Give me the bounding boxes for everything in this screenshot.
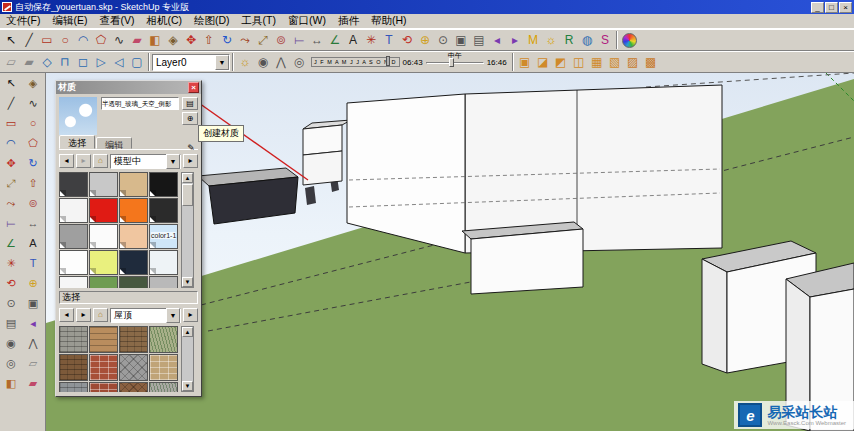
- scroll-up-icon[interactable]: ▲: [182, 173, 193, 183]
- material-swatch[interactable]: [149, 172, 178, 197]
- material-swatch[interactable]: color1-1: [149, 224, 178, 249]
- texture-red-brick[interactable]: [89, 354, 118, 381]
- offset-tool-icon[interactable]: ⊚: [272, 31, 290, 49]
- section-plane-icon[interactable]: ▱: [2, 53, 20, 71]
- shadow-date-slider[interactable]: J F M A M J J A S O N D: [311, 57, 400, 67]
- library-combobox[interactable]: 屋顶 ▼: [110, 308, 181, 323]
- component-box-icon[interactable]: ▩: [642, 53, 660, 71]
- material-swatch[interactable]: [119, 250, 148, 275]
- color-wheel-icon[interactable]: [620, 31, 638, 49]
- texture-herringbone[interactable]: [119, 382, 148, 392]
- texture-green-roof[interactable]: [149, 326, 178, 353]
- make-component-icon[interactable]: ◈: [23, 74, 43, 93]
- forward-arrow-icon[interactable]: ▸: [76, 308, 91, 322]
- material-swatch[interactable]: [149, 276, 178, 288]
- scroll-up-icon[interactable]: ▲: [182, 327, 193, 337]
- small-box-upper[interactable]: [303, 125, 342, 155]
- tape-measure-icon[interactable]: ⟝: [290, 31, 308, 49]
- text-tool-icon[interactable]: A: [23, 234, 43, 253]
- look-around-icon[interactable]: ◎: [290, 53, 308, 71]
- style-badge-icon[interactable]: S: [596, 31, 614, 49]
- look-around-icon[interactable]: ◎: [1, 354, 21, 373]
- section-fill-icon[interactable]: ▰: [20, 53, 38, 71]
- texture-gray-pavers[interactable]: [119, 354, 148, 381]
- rectangle-tool-icon[interactable]: ▭: [38, 31, 56, 49]
- material-swatch[interactable]: [149, 198, 178, 223]
- push-pull-icon[interactable]: ⇧: [200, 31, 218, 49]
- solid-subtract-icon[interactable]: ◪: [534, 53, 552, 71]
- previous-view-icon[interactable]: ◂: [488, 31, 506, 49]
- axes-tool-icon[interactable]: ✳: [1, 254, 21, 273]
- material-swatch[interactable]: [89, 198, 118, 223]
- texture-scrollbar[interactable]: ▲ ▼: [181, 326, 194, 392]
- left-view-icon[interactable]: ◁: [110, 53, 128, 71]
- material-swatch[interactable]: [119, 224, 148, 249]
- zoom-tool-icon[interactable]: ⊙: [434, 31, 452, 49]
- solid-trim-icon[interactable]: ◫: [570, 53, 588, 71]
- date-slider-thumb[interactable]: [386, 56, 390, 66]
- zoom-window-icon[interactable]: ▣: [23, 294, 43, 313]
- menu-plugins[interactable]: 插件: [332, 14, 365, 28]
- create-material-button[interactable]: ⊕: [182, 112, 198, 125]
- maximize-button[interactable]: □: [825, 2, 838, 13]
- layer-combobox[interactable]: Layer0 ▼: [152, 54, 230, 71]
- pan-tool-icon[interactable]: ⊕: [416, 31, 434, 49]
- menu-camera[interactable]: 相机(C): [140, 14, 188, 28]
- zoom-extents-icon[interactable]: ▤: [470, 31, 488, 49]
- material-preview-thumbnail[interactable]: [59, 97, 97, 135]
- dimension-tool-icon[interactable]: ↔: [308, 31, 326, 49]
- line-tool-icon[interactable]: ╱: [1, 94, 21, 113]
- chevron-down-icon[interactable]: ▼: [166, 308, 180, 323]
- model-viewport[interactable]: 材质 × 半透明_玻璃_天空_倒影 ▤ ⊕ ✎ 选择 编辑: [46, 73, 854, 431]
- material-swatch[interactable]: [59, 198, 88, 223]
- tab-select[interactable]: 选择: [59, 135, 95, 149]
- follow-me-icon[interactable]: ⤳: [1, 194, 21, 213]
- material-swatch[interactable]: [59, 276, 88, 288]
- texture-gray-shingles[interactable]: [59, 326, 88, 353]
- polygon-tool-icon[interactable]: ⬠: [92, 31, 110, 49]
- material-swatch[interactable]: [149, 250, 178, 275]
- push-pull-icon[interactable]: ⇧: [23, 174, 43, 193]
- home-icon[interactable]: ⌂: [93, 308, 108, 322]
- paint-bucket-icon[interactable]: ◧: [1, 374, 21, 393]
- line-tool-icon[interactable]: ╱: [20, 31, 38, 49]
- walk-tool-icon[interactable]: ⋀: [23, 334, 43, 353]
- move-tool-icon[interactable]: ✥: [1, 154, 21, 173]
- texture-wood-shakes[interactable]: [59, 354, 88, 381]
- circle-tool-icon[interactable]: ○: [56, 31, 74, 49]
- polygon-tool-icon[interactable]: ⬠: [23, 134, 43, 153]
- position-camera-icon[interactable]: ◉: [1, 334, 21, 353]
- material-swatch[interactable]: [89, 250, 118, 275]
- orbit-tool-icon[interactable]: ⟲: [1, 274, 21, 293]
- tab-edit[interactable]: 编辑: [96, 137, 132, 149]
- tape-measure-icon[interactable]: ⟝: [1, 214, 21, 233]
- eraser-tool-icon[interactable]: ▰: [23, 374, 43, 393]
- rotate-tool-icon[interactable]: ↻: [23, 154, 43, 173]
- material-swatch[interactable]: [119, 198, 148, 223]
- back-arrow-icon[interactable]: ◂: [59, 154, 74, 168]
- paint-bucket-icon[interactable]: ◧: [146, 31, 164, 49]
- 3d-text-icon[interactable]: T: [23, 254, 43, 273]
- menu-file[interactable]: 文件(F): [0, 14, 46, 28]
- arc-tool-icon[interactable]: ◠: [1, 134, 21, 153]
- solid-union-icon[interactable]: ▣: [516, 53, 534, 71]
- time-slider-thumb[interactable]: [449, 58, 454, 67]
- select-tool-icon[interactable]: ↖: [1, 74, 21, 93]
- move-tool-icon[interactable]: ✥: [182, 31, 200, 49]
- globe-icon[interactable]: ◍: [578, 31, 596, 49]
- right-box-left-face[interactable]: [702, 259, 727, 373]
- material-swatch[interactable]: [89, 224, 118, 249]
- front-view-icon[interactable]: ◻: [74, 53, 92, 71]
- position-camera-icon[interactable]: ◉: [254, 53, 272, 71]
- iso-view-icon[interactable]: ◇: [38, 53, 56, 71]
- display-secondary-pane-button[interactable]: ▤: [182, 97, 198, 110]
- material-swatch[interactable]: [59, 250, 88, 275]
- offset-tool-icon[interactable]: ⊚: [23, 194, 43, 213]
- material-name-field[interactable]: 半透明_玻璃_天空_倒影: [101, 97, 179, 110]
- make-component-icon[interactable]: ◈: [164, 31, 182, 49]
- menu-window[interactable]: 窗口(W): [282, 14, 332, 28]
- component-thumbnail[interactable]: [305, 186, 316, 205]
- solid-intersect-icon[interactable]: ◩: [552, 53, 570, 71]
- menu-edit[interactable]: 编辑(E): [46, 14, 93, 28]
- solid-shell-icon[interactable]: ▧: [606, 53, 624, 71]
